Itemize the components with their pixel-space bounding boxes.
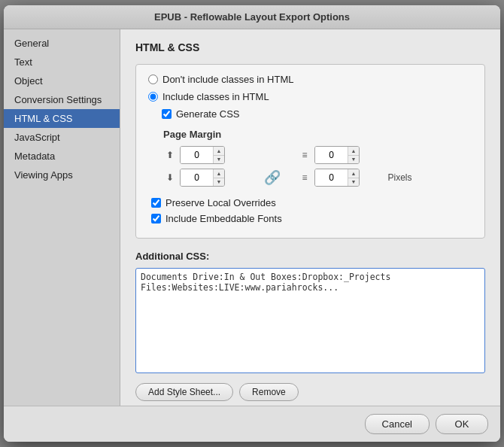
additional-css-section: Additional CSS: Add Style Sheet... Remov… xyxy=(135,251,485,401)
radio-no-classes-label: Don't include classes in HTML xyxy=(162,74,293,85)
main-content: HTML & CSS Don't include classes in HTML… xyxy=(120,29,500,406)
top-margin-down[interactable]: ▼ xyxy=(214,156,224,164)
html-css-section-box: Don't include classes in HTML Include cl… xyxy=(135,64,485,239)
bottom-margin-stepper: ▲ ▼ xyxy=(180,169,225,187)
preserve-label: Preserve Local Overrides xyxy=(165,197,276,208)
generate-css-label: Generate CSS xyxy=(176,108,240,120)
add-style-sheet-button[interactable]: Add Style Sheet... xyxy=(135,383,233,401)
dialog-footer: Cancel OK xyxy=(4,406,500,442)
sidebar-item-html-css[interactable]: HTML & CSS xyxy=(4,109,120,128)
left-margin-row: ≡ ▲ ▼ xyxy=(298,169,382,187)
embeddable-label: Include Embeddable Fonts xyxy=(165,213,282,224)
top-margin-stepper: ▲ ▼ xyxy=(180,146,225,164)
checkbox-preserve[interactable] xyxy=(151,198,161,208)
left-margin-stepper: ▲ ▼ xyxy=(314,169,360,187)
sidebar-item-object[interactable]: Object xyxy=(4,71,120,90)
title-bar: EPUB - Reflowable Layout Export Options xyxy=(4,5,500,29)
right-margin-down[interactable]: ▼ xyxy=(348,156,359,164)
bottom-margin-up[interactable]: ▲ xyxy=(214,169,224,178)
top-margin-arrows: ▲ ▼ xyxy=(214,147,224,163)
checkbox-embeddable[interactable] xyxy=(151,214,161,224)
left-margin-down[interactable]: ▼ xyxy=(348,178,359,187)
sidebar: General Text Object Conversion Settings … xyxy=(4,29,120,406)
top-margin-row: ⬆ ▲ ▼ xyxy=(163,146,247,164)
right-margin-row: ≡ ▲ ▼ xyxy=(298,146,382,164)
left-margin-up[interactable]: ▲ xyxy=(348,169,359,178)
sidebar-item-general[interactable]: General xyxy=(4,34,120,53)
top-margin-icon: ⬆ xyxy=(163,150,177,160)
dialog-title: EPUB - Reflowable Layout Export Options xyxy=(154,11,350,23)
sidebar-item-text[interactable]: Text xyxy=(4,53,120,71)
ok-button[interactable]: OK xyxy=(436,414,488,434)
bottom-margin-input[interactable] xyxy=(181,169,214,186)
sidebar-item-javascript[interactable]: JavaScript xyxy=(4,128,120,147)
checkbox-row-generate-css: Generate CSS xyxy=(162,108,472,120)
remove-button[interactable]: Remove xyxy=(239,383,299,401)
radio-no-classes[interactable] xyxy=(148,74,158,84)
right-margin-up[interactable]: ▲ xyxy=(348,147,359,156)
right-margin-arrows: ▲ ▼ xyxy=(348,147,359,163)
checkbox-generate-css[interactable] xyxy=(162,109,172,119)
right-margin-input[interactable] xyxy=(315,147,348,163)
radio-include-classes-label: Include classes in HTML xyxy=(162,91,269,102)
radio-include-classes[interactable] xyxy=(148,92,158,102)
bottom-margin-down[interactable]: ▼ xyxy=(214,178,224,187)
pixels-label: Pixels xyxy=(387,172,434,183)
left-margin-input[interactable] xyxy=(315,169,348,186)
sidebar-item-metadata[interactable]: Metadata xyxy=(4,147,120,166)
right-margin-icon: ≡ xyxy=(298,150,311,160)
dialog-body: General Text Object Conversion Settings … xyxy=(4,29,500,406)
link-icon: 🔗 xyxy=(253,169,292,186)
sidebar-item-viewing-apps[interactable]: Viewing Apps xyxy=(4,166,120,184)
bottom-margin-arrows: ▲ ▼ xyxy=(214,169,224,186)
checkbox-row-preserve: Preserve Local Overrides xyxy=(151,197,472,208)
radio-row-no-classes: Don't include classes in HTML xyxy=(148,74,472,85)
style-buttons: Add Style Sheet... Remove xyxy=(135,383,485,401)
page-margin-label: Page Margin xyxy=(163,129,472,140)
top-margin-input[interactable] xyxy=(181,147,214,163)
section-title: HTML & CSS xyxy=(135,41,485,53)
css-textarea[interactable] xyxy=(135,268,485,373)
top-margin-up[interactable]: ▲ xyxy=(214,147,224,156)
cancel-button[interactable]: Cancel xyxy=(365,414,430,434)
left-margin-arrows: ▲ ▼ xyxy=(348,169,359,186)
bottom-margin-icon: ⬇ xyxy=(163,172,177,183)
dialog-window: EPUB - Reflowable Layout Export Options … xyxy=(4,5,500,442)
checkbox-row-embeddable: Include Embeddable Fonts xyxy=(151,213,472,224)
bottom-checkboxes: Preserve Local Overrides Include Embedda… xyxy=(148,197,472,224)
left-margin-icon: ≡ xyxy=(298,172,311,183)
radio-row-include-classes: Include classes in HTML xyxy=(148,91,472,102)
additional-css-label: Additional CSS: xyxy=(135,251,485,262)
right-margin-stepper: ▲ ▼ xyxy=(314,146,360,164)
bottom-margin-row: ⬇ ▲ ▼ xyxy=(163,169,247,187)
sidebar-item-conversion-settings[interactable]: Conversion Settings xyxy=(4,90,120,109)
